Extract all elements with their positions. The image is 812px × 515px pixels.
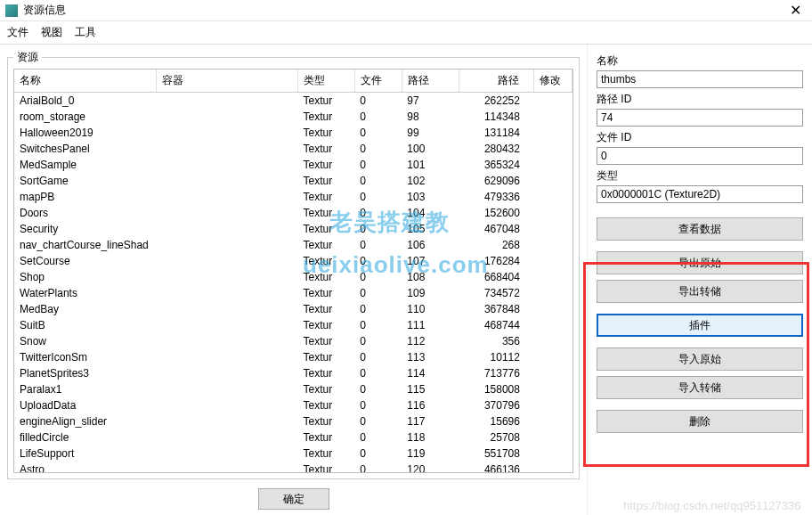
table-row[interactable]: MedBayTextur0110367848 (14, 301, 572, 317)
table-row[interactable]: room_storageTextur098114348 (14, 109, 572, 125)
table-row[interactable]: mapPBTextur0103479336 (14, 189, 572, 205)
close-icon[interactable]: ✕ (784, 2, 807, 19)
file-id-label: 文件 ID (597, 130, 803, 145)
table-row[interactable]: SwitchesPanelTextur0100280432 (14, 141, 572, 157)
table-row[interactable]: DoorsTextur0104152600 (14, 205, 572, 221)
view-data-button[interactable]: 查看数据 (597, 217, 803, 241)
group-legend: 资源 (13, 50, 42, 65)
path-id-field[interactable] (597, 109, 803, 127)
table-row[interactable]: filledCircleTextur011825708 (14, 429, 572, 446)
path-id-label: 路径 ID (597, 92, 803, 107)
col-header-name[interactable]: 名称 (14, 69, 156, 93)
titlebar: 资源信息 ✕ (0, 0, 812, 21)
import-dump-button[interactable]: 导入转储 (597, 376, 803, 399)
export-dump-button[interactable]: 导出转储 (597, 280, 803, 303)
menubar: 文件 视图 工具 (0, 21, 812, 45)
table-row[interactable]: WaterPlantsTextur0109734572 (14, 285, 572, 301)
table-row[interactable]: ArialBold_0Textur097262252 (14, 93, 572, 110)
export-raw-button[interactable]: 导出原始 (597, 251, 803, 274)
plugin-button[interactable]: 插件 (597, 314, 803, 337)
app-icon (5, 4, 18, 17)
window-title: 资源信息 (23, 3, 784, 18)
table-row[interactable]: TwitterIconSmTextur011310112 (14, 349, 572, 365)
table-row[interactable]: LifeSupportTextur0119551708 (14, 446, 572, 462)
name-field[interactable] (597, 70, 803, 88)
col-header-path[interactable]: 路径 (402, 69, 459, 93)
col-header-type[interactable]: 类型 (298, 69, 355, 93)
table-row[interactable]: PlanetSprites3Textur0114713776 (14, 365, 572, 381)
col-header-size[interactable]: 路径 (459, 69, 534, 93)
table-row[interactable]: nav_chartCourse_lineShadTextur0106268 (14, 237, 572, 253)
table-row[interactable]: ShopTextur0108668404 (14, 269, 572, 285)
col-header-file[interactable]: 文件 (354, 69, 402, 93)
details-panel: 名称 路径 ID 文件 ID 类型 查看数据 导出原始 导出转储 插件 导入原始… (588, 45, 812, 515)
type-label: 类型 (597, 168, 803, 184)
name-label: 名称 (597, 53, 803, 69)
table-row[interactable]: SecurityTextur0105467048 (14, 221, 572, 237)
col-header-container[interactable]: 容器 (156, 69, 297, 93)
table-row[interactable]: SetCourseTextur0107176284 (14, 253, 572, 269)
import-raw-button[interactable]: 导入原始 (597, 347, 803, 371)
menu-view[interactable]: 视图 (41, 25, 62, 40)
delete-button[interactable]: 删除 (597, 410, 803, 433)
resources-group: 资源 名称 容器 类型 文件 路径 路径 修改 Aria (7, 50, 580, 479)
table-row[interactable]: Paralax1Textur0115158008 (14, 381, 572, 397)
table-row[interactable]: MedSampleTextur0101365324 (14, 157, 572, 173)
table-row[interactable]: AstroTextur0120466136 (14, 462, 572, 473)
table-row[interactable]: SnowTextur0112356 (14, 333, 572, 349)
table-row[interactable]: engineAlign_sliderTextur011715696 (14, 413, 572, 429)
col-header-modified[interactable]: 修改 (534, 69, 572, 93)
table-row[interactable]: SuitBTextur0111468744 (14, 317, 572, 333)
table-row[interactable]: Halloween2019Textur099131184 (14, 125, 572, 141)
table-row[interactable]: SortGameTextur0102629096 (14, 173, 572, 189)
ok-button[interactable]: 确定 (258, 488, 329, 510)
resources-table[interactable]: 名称 容器 类型 文件 路径 路径 修改 ArialBold_0Textur09… (13, 69, 573, 473)
file-id-field[interactable] (597, 147, 803, 165)
table-row[interactable]: UploadDataTextur0116370796 (14, 397, 572, 413)
menu-file[interactable]: 文件 (7, 25, 28, 40)
type-field[interactable] (597, 185, 803, 203)
menu-tools[interactable]: 工具 (75, 25, 96, 40)
